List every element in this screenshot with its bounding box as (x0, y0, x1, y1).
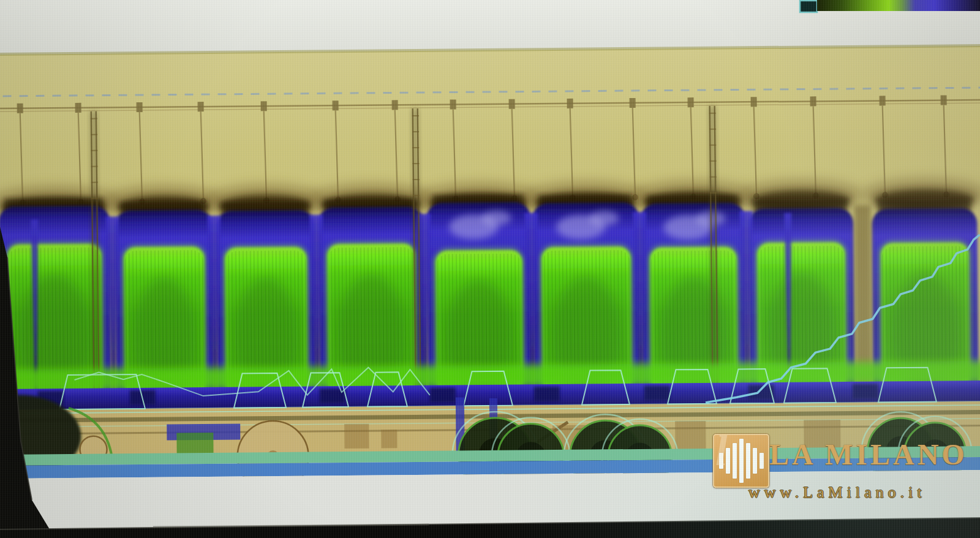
photo-of-xray-scanner-monitor: l LA MILANO www.LaMilano.it (0, 0, 980, 538)
scanner-screen-content (0, 0, 980, 538)
rail-fitting (810, 96, 816, 106)
legend-endcap (800, 1, 817, 12)
rail-fitting (688, 97, 694, 107)
rail-fitting (941, 95, 947, 105)
rail-fitting (75, 103, 81, 113)
legend-gradient-bar (817, 0, 980, 11)
rail-fitting (198, 102, 204, 112)
rail-fitting (630, 98, 636, 108)
colormap-legend (800, 0, 980, 12)
rail-fitting (333, 100, 339, 110)
rail-fitting (509, 99, 515, 109)
rail-fitting (137, 102, 143, 112)
rail-fitting (880, 96, 886, 105)
rail-fitting (17, 104, 23, 113)
xray-scan-image (0, 0, 980, 538)
rail-fitting (261, 101, 267, 111)
rail-fitting (567, 99, 573, 108)
rear-gap-smudge (854, 205, 873, 389)
rail-fitting (392, 100, 398, 110)
rail-fitting (450, 99, 456, 109)
rail-fitting (751, 97, 757, 107)
